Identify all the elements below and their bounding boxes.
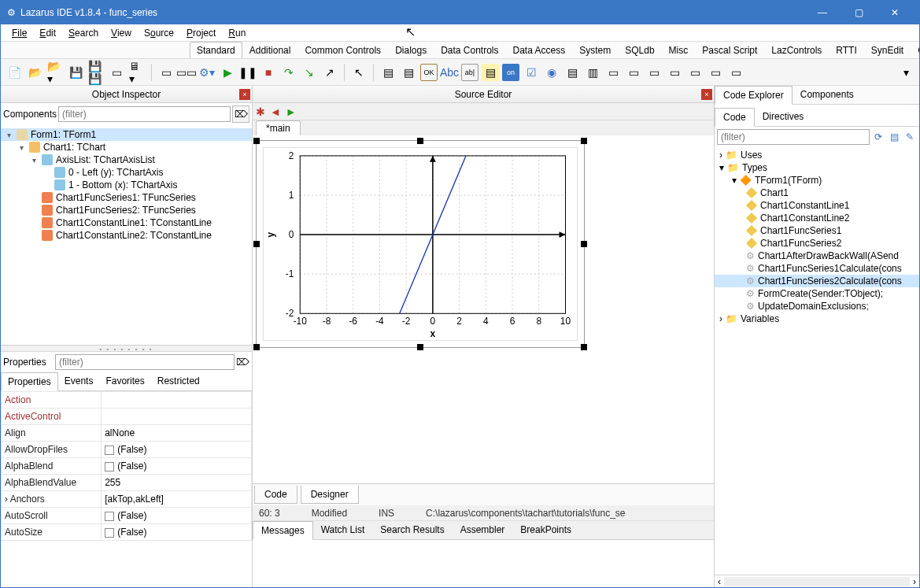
pause-button[interactable]: ❚❚ bbox=[239, 64, 257, 81]
comp-mainmenu[interactable]: ▤ bbox=[379, 64, 397, 81]
tab-events[interactable]: Events bbox=[58, 372, 100, 390]
tab-watchlist[interactable]: Watch List bbox=[313, 521, 373, 539]
splitter[interactable]: • • • • • • • • bbox=[1, 346, 252, 352]
tree-member[interactable]: Chart1 bbox=[715, 187, 919, 199]
comp-listbox[interactable]: ▤ bbox=[563, 64, 581, 81]
close-window-button[interactable]: ✕ bbox=[877, 1, 913, 24]
subtab-directives[interactable]: Directives bbox=[755, 108, 812, 126]
designed-form[interactable]: -10-8-6-4-20246810-2-1012xy bbox=[256, 140, 585, 348]
palette-tab-standard[interactable]: Standard bbox=[190, 42, 242, 58]
prop-value[interactable] bbox=[102, 409, 252, 425]
palette-tab-synedit[interactable]: SynEdit bbox=[864, 42, 911, 58]
prop-value[interactable]: (False) bbox=[102, 442, 252, 458]
menu-file[interactable]: File bbox=[6, 26, 33, 40]
component-tree[interactable]: ▾Form1: TForm1 ▾Chart1: TChart ▾AxisList… bbox=[1, 125, 252, 346]
comp-radiogroup[interactable]: ▭ bbox=[645, 64, 663, 81]
menu-project[interactable]: Project bbox=[180, 26, 222, 40]
palette-tab-additional[interactable]: Additional bbox=[242, 42, 298, 58]
tree-member[interactable]: Chart1ConstantLine1 bbox=[715, 199, 919, 212]
comp-memo[interactable]: ▤ bbox=[482, 64, 499, 81]
new-unit-button[interactable]: 📄 bbox=[6, 64, 23, 81]
comp-popupmenu[interactable]: ▤ bbox=[400, 64, 417, 81]
maximize-button[interactable]: ▢ bbox=[841, 1, 877, 24]
open-recent-button[interactable]: 📂▾ bbox=[46, 64, 64, 81]
menu-edit[interactable]: Edit bbox=[33, 26, 62, 40]
form-designer[interactable]: -10-8-6-4-20246810-2-1012xy bbox=[253, 135, 714, 483]
filter-clear-button[interactable]: ⌦ bbox=[232, 105, 249, 123]
palette-tab-common[interactable]: Common Controls bbox=[297, 42, 388, 58]
explorer-filter-input[interactable] bbox=[717, 129, 870, 145]
tab-favorites[interactable]: Favorites bbox=[99, 372, 150, 390]
component-filter-input[interactable] bbox=[58, 106, 231, 122]
menu-run[interactable]: Run bbox=[222, 26, 252, 40]
tab-designer[interactable]: Designer bbox=[301, 486, 359, 504]
source-editor-close[interactable]: × bbox=[701, 89, 712, 100]
minimize-button[interactable]: — bbox=[804, 1, 841, 24]
palette-options-button[interactable]: ▾ bbox=[897, 64, 914, 81]
prop-value[interactable]: (False) bbox=[102, 458, 252, 475]
tree-member[interactable]: Chart1FuncSeries2 bbox=[715, 237, 919, 250]
comp-radiobutton[interactable]: ◉ bbox=[543, 64, 560, 81]
prop-name[interactable]: › Anchors bbox=[2, 491, 102, 508]
new-form-button[interactable]: ▭ bbox=[108, 64, 125, 81]
menu-search[interactable]: Search bbox=[62, 26, 105, 40]
tree-method[interactable]: ⚙UpdateDomainExclusions; bbox=[715, 300, 919, 312]
tab-searchresults[interactable]: Search Results bbox=[372, 521, 452, 539]
prop-name[interactable]: ActiveControl bbox=[2, 409, 102, 425]
open-button[interactable]: 📂 bbox=[26, 64, 43, 81]
editor-tab-main[interactable]: *main bbox=[256, 120, 301, 135]
step-out-button[interactable]: ↗ bbox=[321, 64, 338, 81]
tab-code-explorer[interactable]: Code Explorer bbox=[715, 86, 793, 105]
prop-value[interactable]: alNone bbox=[102, 425, 252, 442]
palette-tab-rtti[interactable]: RTTI bbox=[829, 42, 863, 58]
comp-groupbox[interactable]: ▭ bbox=[625, 64, 642, 81]
step-into-button[interactable]: ↘ bbox=[301, 64, 318, 81]
menu-source[interactable]: Source bbox=[138, 26, 180, 40]
subtab-code[interactable]: Code bbox=[715, 108, 755, 127]
view-units-button[interactable]: ▭ bbox=[157, 64, 175, 81]
prop-name[interactable]: Align bbox=[2, 425, 102, 442]
prop-value[interactable]: (False) bbox=[102, 524, 252, 541]
save-button[interactable]: 💾 bbox=[67, 64, 84, 81]
stop-button[interactable]: ■ bbox=[260, 64, 277, 81]
prop-name[interactable]: AutoScroll bbox=[2, 508, 102, 524]
comp-checkgroup[interactable]: ▭ bbox=[666, 64, 683, 81]
prop-name[interactable]: AlphaBlend bbox=[2, 458, 102, 475]
tab-properties[interactable]: Properties bbox=[1, 372, 58, 391]
prop-name[interactable]: AutoSize bbox=[2, 524, 102, 541]
palette-tab-sqldb[interactable]: SQLdb bbox=[618, 42, 661, 58]
palette-tab-misc[interactable]: Misc bbox=[662, 42, 696, 58]
save-all-button[interactable]: 💾💾 bbox=[87, 64, 105, 81]
prop-name[interactable]: Action bbox=[2, 392, 102, 409]
prop-name[interactable]: AllowDropFiles bbox=[2, 442, 102, 458]
palette-tab-lazcontrols[interactable]: LazControls bbox=[764, 42, 829, 58]
tab-breakpoints[interactable]: BreakPoints bbox=[512, 521, 579, 539]
tree-method[interactable]: ⚙Chart1FuncSeries2Calculate(cons bbox=[715, 275, 919, 287]
prop-value[interactable] bbox=[102, 392, 252, 409]
palette-tab-dialogs[interactable]: Dialogs bbox=[388, 42, 434, 58]
mode-icon[interactable]: ▤ bbox=[887, 130, 901, 144]
comp-label[interactable]: Abc bbox=[441, 64, 458, 81]
options-icon[interactable]: ✎ bbox=[903, 130, 917, 144]
tab-code[interactable]: Code bbox=[254, 486, 297, 504]
comp-checkbox[interactable]: ☑ bbox=[523, 64, 540, 81]
selection-tool[interactable]: ↖ bbox=[350, 64, 368, 81]
build-mode-button[interactable]: ⚙▾ bbox=[198, 64, 216, 81]
step-over-button[interactable]: ↷ bbox=[280, 64, 297, 81]
comp-panel[interactable]: ▭ bbox=[686, 64, 704, 81]
hscrollbar[interactable] bbox=[724, 577, 910, 586]
prop-name[interactable]: AlphaBlendValue bbox=[2, 475, 102, 491]
tree-member[interactable]: Chart1ConstantLine2 bbox=[715, 212, 919, 224]
nav-back-button[interactable]: ◄ bbox=[270, 105, 281, 118]
refresh-icon[interactable]: ⟳ bbox=[871, 130, 885, 144]
comp-togglebox[interactable]: on bbox=[502, 64, 519, 81]
tree-member[interactable]: Chart1FuncSeries1 bbox=[715, 224, 919, 237]
nav-fwd-button[interactable]: ► bbox=[286, 105, 297, 118]
tree-method[interactable]: ⚙Chart1FuncSeries1Calculate(cons bbox=[715, 262, 919, 275]
hscroll-right[interactable]: › bbox=[910, 576, 919, 587]
comp-frame[interactable]: ▭ bbox=[707, 64, 724, 81]
prop-value[interactable]: [akTop,akLeft] bbox=[102, 491, 252, 508]
comp-edit[interactable]: ab| bbox=[461, 64, 478, 81]
comp-button[interactable]: OK bbox=[420, 64, 438, 81]
tab-assembler[interactable]: Assembler bbox=[453, 521, 513, 539]
